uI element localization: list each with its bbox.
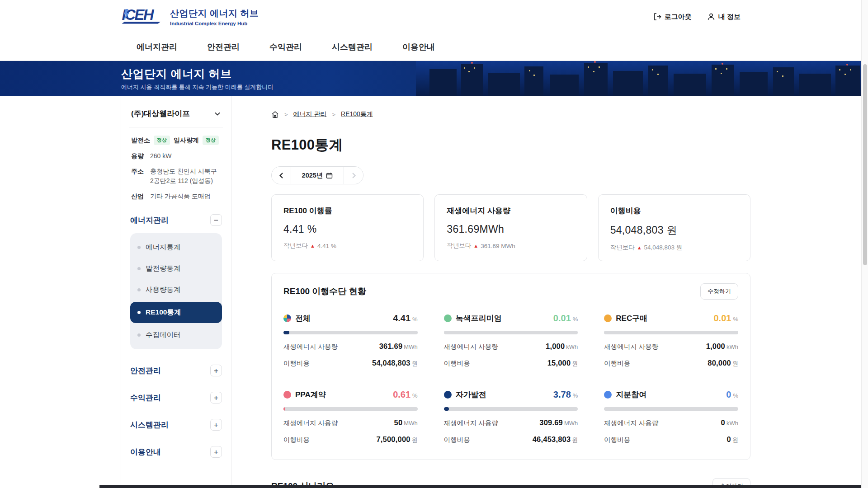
home-icon[interactable] (271, 111, 279, 118)
status-badge: 정상 (203, 136, 219, 145)
amber-dot-icon (604, 314, 612, 322)
iceh-logo-icon: ICEH (121, 6, 165, 27)
logo-text: 산업단지 에너지 허브 Industrial Complex Energy Hu… (170, 7, 259, 26)
logout-button[interactable]: 로그아웃 (653, 13, 692, 21)
year-picker[interactable]: 2025년 (291, 167, 344, 184)
collapse-icon[interactable]: − (210, 214, 222, 226)
bullet-icon (137, 246, 141, 249)
sidebar-item-re100-stats[interactable]: RE100통계 (130, 302, 222, 323)
next-year-button[interactable] (344, 167, 363, 184)
logo[interactable]: ICEH 산업단지 에너지 허브 Industrial Complex Ener… (121, 6, 259, 27)
sidebar-section-system[interactable]: 시스템관리 + (130, 419, 222, 431)
topbar-actions: 로그아웃 내 정보 (653, 13, 741, 21)
sidebar-item-collected-data[interactable]: 수집데이터 (130, 324, 222, 346)
user-icon (707, 13, 715, 21)
page-body: (주)대상웰라이프 발전소 정상 일사량계 정상 용량 260 kW 주소 충청… (121, 96, 747, 488)
info-row-capacity: 용량 260 kW (131, 151, 221, 160)
panel-title: RE100 이행수단 현황 (283, 286, 366, 297)
metric-ppa-contract: PPA계약 0.61% 재생에너지 사용량50MWh 이행비용7,500,000… (283, 389, 418, 444)
sidebar-item-generation-stats[interactable]: 발전량통계 (130, 258, 222, 279)
metrics-grid: 전체 4.41% 재생에너지 사용량361.69MWh 이행비용54,048,8… (283, 313, 738, 444)
pink-dot-icon (283, 391, 291, 399)
info-row-industry: 산업 기타 가공식품 도매업 (131, 192, 221, 201)
metric-total: 전체 4.41% 재생에너지 사용량361.69MWh 이행비용54,048,8… (283, 313, 418, 368)
expand-icon[interactable]: + (210, 365, 222, 376)
scrollbar-thumb[interactable] (863, 64, 867, 265)
nav-item-safety[interactable]: 안전관리 (207, 42, 240, 52)
implementation-panel: RE100 이행수단 현황 수정하기 전체 4.41% 재생에너지 사용량361… (271, 273, 750, 460)
logout-label: 로그아웃 (665, 13, 692, 21)
metric-green-premium: 녹색프리미엄 0.01% 재생에너지 사용량1,000kWh 이행비용15,00… (444, 313, 578, 368)
logo-subtitle: Industrial Complex Energy Hub (170, 21, 259, 26)
company-selector[interactable]: (주)대상웰라이프 (130, 108, 222, 127)
year-value: 2025년 (302, 171, 323, 180)
breadcrumb-link-re100[interactable]: RE100통계 (341, 110, 373, 118)
year-selector: 2025년 (271, 166, 363, 184)
main-content: > 에너지 관리 > RE100통계 RE100통계 2025년 (231, 96, 750, 488)
my-info-button[interactable]: 내 정보 (707, 13, 741, 21)
scrollbar[interactable] (861, 0, 868, 488)
expand-icon[interactable]: + (210, 419, 222, 431)
my-info-label: 내 정보 (718, 13, 741, 21)
metric-rec-purchase: REC구매 0.01% 재생에너지 사용량1,000kWh 이행비용80,000… (604, 313, 738, 368)
triangle-up-icon: ▲ (473, 243, 478, 249)
global-nav: 에너지관리 안전관리 수익관리 시스템관리 이용안내 (0, 33, 868, 61)
progress-bar (283, 331, 418, 334)
pie-chart-icon (283, 314, 291, 322)
sidebar-item-usage-stats[interactable]: 사용량통계 (130, 279, 222, 300)
status-badge: 정상 (154, 136, 170, 145)
progress-bar (283, 407, 418, 411)
sidebar-item-energy-stats[interactable]: 에너지통계 (130, 237, 222, 258)
bullet-icon (137, 288, 141, 291)
header: ICEH 산업단지 에너지 허브 Industrial Complex Ener… (0, 0, 868, 33)
company-name: (주)대상웰라이프 (131, 108, 190, 119)
triangle-up-icon: ▲ (637, 245, 642, 250)
bullet-icon (137, 267, 141, 270)
breadcrumb-link-energy[interactable]: 에너지 관리 (293, 110, 327, 118)
nav-item-energy[interactable]: 에너지관리 (137, 42, 177, 52)
hero-content: 산업단지 에너지 허브 에너지 사용 최적화를 통해 지속 가능한 미래를 설계… (0, 61, 868, 91)
bullet-icon (137, 311, 141, 314)
chevron-down-icon (214, 110, 221, 117)
sidebar-section-guide[interactable]: 이용안내 + (130, 446, 222, 458)
device-label: 일사량계 (174, 136, 199, 145)
hero-title: 산업단지 에너지 허브 (121, 66, 868, 81)
breadcrumb: > 에너지 관리 > RE100통계 (271, 110, 750, 118)
device-status-row: 발전소 정상 일사량계 정상 (131, 136, 221, 145)
divider (129, 127, 223, 127)
bullet-icon (137, 333, 141, 337)
card-renewable-usage: 재생에너지 사용량 361.69MWh 작년보다 ▲ 361.69 MWh (434, 194, 587, 261)
metric-self-generation: 자가발전 3.78% 재생에너지 사용량309.69MWh 이행비용46,453… (444, 389, 578, 444)
device-label: 발전소 (131, 136, 150, 145)
nav-item-system[interactable]: 시스템관리 (332, 42, 373, 52)
page-title: RE100통계 (271, 136, 750, 155)
sidebar-section-energy[interactable]: 에너지관리 − (130, 214, 222, 226)
card-implementation-cost: 이행비용 54,048,803 원 작년보다 ▲ 54,048,803 원 (598, 194, 750, 261)
hero-subtitle: 에너지 사용 최적화를 통해 지속 가능한 미래를 설계합니다 (121, 83, 868, 91)
metric-equity-participation: 지분참여 0% 재생에너지 사용량0kWh 이행비용0원 (604, 389, 738, 444)
sidebar: (주)대상웰라이프 발전소 정상 일사량계 정상 용량 260 kW 주소 충청… (121, 96, 231, 488)
expand-icon[interactable]: + (210, 446, 222, 458)
edit-implementation-button[interactable]: 수정하기 (700, 283, 738, 300)
hero-banner: 산업단지 에너지 허브 에너지 사용 최적화를 통해 지속 가능한 미래를 설계… (0, 61, 868, 96)
calendar-icon (326, 172, 333, 179)
progress-bar (604, 407, 738, 411)
info-row-address: 주소 충청남도 천안시 서북구 2공단2로 112 (업성동) (131, 167, 221, 185)
nav-item-guide[interactable]: 이용안내 (402, 42, 435, 52)
logo-title: 산업단지 에너지 허브 (170, 7, 259, 19)
triangle-up-icon: ▲ (310, 243, 315, 249)
energy-submenu: 에너지통계 발전량통계 사용량통계 RE100통계 수집데이터 (130, 233, 222, 349)
progress-bar (604, 331, 738, 334)
prev-year-button[interactable] (272, 167, 291, 184)
card-re100-rate: RE100 이행률 4.41 % 작년보다 ▲ 4.41 % (271, 194, 424, 261)
sidebar-section-revenue[interactable]: 수익관리 + (130, 392, 222, 404)
navy-dot-icon (444, 391, 452, 399)
logout-icon (653, 13, 661, 21)
expand-icon[interactable]: + (210, 392, 222, 404)
footer-strip (99, 485, 868, 488)
progress-bar (444, 331, 578, 334)
sidebar-section-safety[interactable]: 안전관리 + (130, 365, 222, 376)
green-dot-icon (444, 314, 452, 322)
nav-item-revenue[interactable]: 수익관리 (269, 42, 302, 52)
blue-dot-icon (604, 391, 612, 399)
